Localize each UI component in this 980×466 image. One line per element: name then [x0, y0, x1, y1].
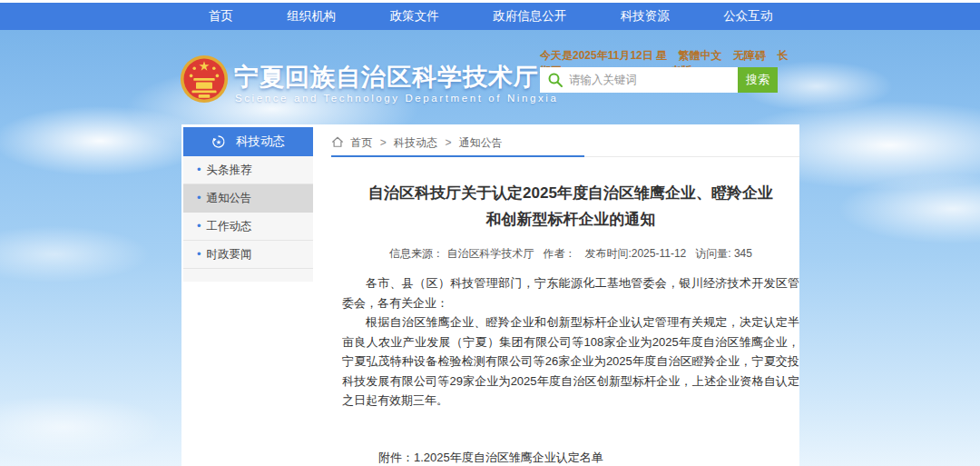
- article-paragraph: 各市、县（区）科技管理部门，宁东能源化工基地管委会，银川经济技术开发区管委会，各…: [342, 273, 799, 312]
- top-navigation-bar: 首页 组织机构 政策文件 政府信息公开 科技资源 公众互动: [0, 3, 980, 30]
- meta-publish-time: 发布时间:2025-11-12: [584, 247, 686, 260]
- nav-item-policy-documents[interactable]: 政策文件: [390, 8, 439, 25]
- attachments-list: 1.2025年度自治区雏鹰企业认定名单 2.2025年度自治区瞪羚企业认定名单 …: [414, 448, 639, 466]
- home-icon: [331, 136, 344, 148]
- sidebar-header-tech-news[interactable]: 科技动态: [183, 127, 313, 156]
- search-box: [540, 67, 738, 93]
- bullet-icon: •: [197, 219, 201, 233]
- attachments-block: 附件： 1.2025年度自治区雏鹰企业认定名单 2.2025年度自治区瞪羚企业认…: [378, 448, 799, 466]
- article-title: 自治区科技厅关于认定2025年度自治区雏鹰企业、瞪羚企业 和创新型标杆企业的通知: [342, 180, 799, 233]
- breadcrumb-home[interactable]: 首页: [350, 136, 372, 149]
- article-meta: 信息来源： 自治区科学技术厅作者：发布时间:2025-11-12访问量: 345: [342, 246, 799, 262]
- sidebar-item-political-news[interactable]: •时政要闻: [183, 241, 313, 269]
- search-input[interactable]: [540, 67, 738, 93]
- breadcrumb-notices[interactable]: 通知公告: [459, 136, 503, 149]
- sidebar: 科技动态 •头条推荐 •通知公告 •工作动态 •时政要闻: [183, 127, 313, 282]
- sidebar-item-label: 时政要闻: [207, 248, 252, 261]
- bullet-icon: •: [197, 191, 201, 204]
- national-emblem-logo[interactable]: [180, 55, 229, 104]
- attachments-label: 附件：: [378, 448, 414, 466]
- sidebar-item-label: 头条推荐: [207, 164, 252, 176]
- meta-source: 信息来源： 自治区科学技术厅: [389, 247, 534, 260]
- sidebar-item-notices[interactable]: •通知公告: [183, 184, 313, 213]
- search-button[interactable]: 搜索: [738, 67, 778, 93]
- nav-item-tech-resources[interactable]: 科技资源: [621, 8, 670, 25]
- sidebar-item-work-dynamics[interactable]: •工作动态: [183, 213, 313, 241]
- breadcrumb-separator: >: [445, 136, 451, 149]
- site-subtitle-english: Science and Technology Department of Nin…: [235, 93, 558, 104]
- link-traditional-chinese[interactable]: 繁體中文: [679, 49, 722, 62]
- page: 首页 组织机构 政策文件 政府信息公开 科技资源 公众互动: [0, 0, 980, 466]
- link-accessibility[interactable]: 无障碍: [733, 49, 766, 62]
- article: 自治区科技厅关于认定2025年度自治区雏鹰企业、瞪羚企业 和创新型标杆企业的通知…: [342, 156, 799, 466]
- sidebar-item-label: 工作动态: [207, 220, 252, 233]
- main-container: 科技动态 •头条推荐 •通知公告 •工作动态 •时政要闻: [181, 124, 799, 466]
- search-icon: [547, 72, 564, 88]
- bullet-icon: •: [197, 163, 201, 176]
- emblem-icon: [180, 55, 229, 104]
- sidebar-title: 科技动态: [236, 134, 285, 150]
- article-paragraph: 根据自治区雏鹰企业、瞪羚企业和创新型标杆企业认定管理有关规定，决定认定半亩良人农…: [342, 312, 799, 411]
- attachment-link-1[interactable]: 1.2025年度自治区雏鹰企业认定名单: [414, 448, 639, 466]
- breadcrumb-separator: >: [380, 136, 387, 149]
- article-title-line2: 和创新型标杆企业的通知: [342, 206, 799, 233]
- article-title-line1: 自治区科技厅关于认定2025年度自治区雏鹰企业、瞪羚企业: [342, 180, 799, 206]
- nav-item-government-info[interactable]: 政府信息公开: [493, 8, 566, 25]
- meta-visits: 访问量: 345: [695, 247, 752, 260]
- circle-star-icon: [211, 134, 226, 149]
- top-navigation-items: 首页 组织机构 政策文件 政府信息公开 科技资源 公众互动: [181, 3, 799, 30]
- search-bar: 搜索: [540, 67, 778, 93]
- sidebar-item-label: 通知公告: [207, 192, 252, 204]
- article-body: 各市、县（区）科技管理部门，宁东能源化工基地管委会，银川经济技术开发区管委会，各…: [342, 273, 799, 411]
- nav-item-home[interactable]: 首页: [209, 8, 233, 25]
- sidebar-menu: •头条推荐 •通知公告 •工作动态 •时政要闻: [183, 156, 313, 282]
- sidebar-item-headline-recommend[interactable]: •头条推荐: [183, 156, 313, 184]
- breadcrumb: 首页 > 科技动态 > 通知公告: [331, 129, 799, 157]
- meta-author: 作者：: [543, 247, 575, 260]
- bullet-icon: •: [197, 247, 201, 261]
- breadcrumb-tech-news[interactable]: 科技动态: [394, 136, 437, 149]
- site-title: 宁夏回族自治区科学技术厅: [234, 61, 539, 94]
- nav-item-organization[interactable]: 组织机构: [287, 8, 336, 25]
- nav-item-public-interaction[interactable]: 公众互动: [723, 8, 772, 25]
